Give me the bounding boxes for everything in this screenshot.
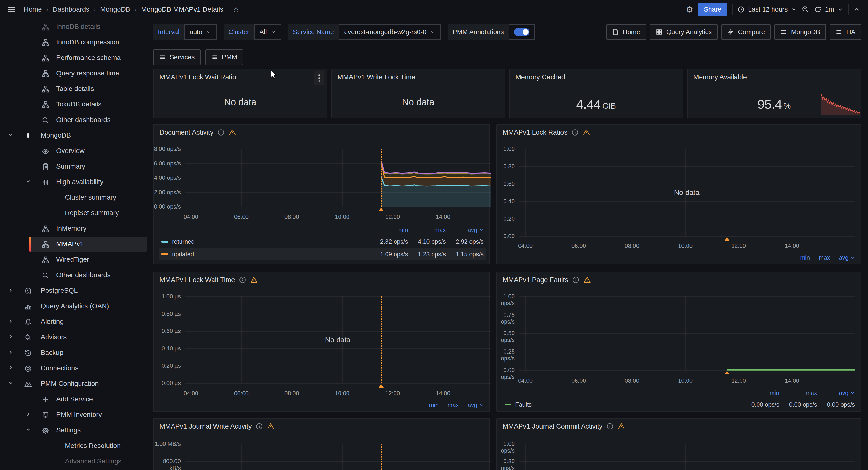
chevron-right-icon[interactable] — [8, 318, 16, 326]
sidebar-item-connections[interactable]: Connections — [0, 361, 151, 376]
link-query-analytics-button[interactable]: Query Analytics — [650, 24, 718, 40]
sidebar-item-settings[interactable]: Settings — [0, 423, 151, 438]
legend-sort-min[interactable]: min — [800, 254, 810, 261]
link-ha-button[interactable]: HA — [830, 24, 861, 40]
link-compare-button[interactable]: Compare — [721, 24, 771, 40]
panel-title[interactable]: MMAPv1 Journal Write Activity — [159, 422, 252, 430]
breadcrumb-dashboards[interactable]: Dashboards — [53, 6, 89, 13]
menu-toggle-icon[interactable] — [8, 6, 15, 12]
info-icon[interactable] — [606, 423, 614, 430]
panel-title[interactable]: MMAPv1 Write Lock Time — [338, 73, 415, 81]
warning-icon[interactable] — [267, 423, 275, 430]
annotation-line[interactable] — [727, 444, 727, 470]
chevron-right-icon[interactable] — [8, 287, 16, 295]
legend-label[interactable]: returned — [172, 238, 194, 245]
legend-sort-avg[interactable]: avg — [817, 389, 855, 396]
service-name-select[interactable]: everest-mongodb-w2g-rs0-0 — [339, 24, 441, 40]
info-icon[interactable] — [239, 276, 246, 284]
sidebar-item-alerting[interactable]: Alerting — [0, 314, 151, 330]
panel-title[interactable]: Document Activity — [159, 128, 214, 136]
legend-sort-avg[interactable]: avg — [839, 254, 855, 261]
link-services-button[interactable]: Services — [153, 50, 200, 65]
sidebar-item-query-response-time[interactable]: Query response time — [0, 66, 151, 82]
sidebar-item-add-service[interactable]: Add Service — [0, 392, 151, 407]
sidebar-item-replset-summary[interactable]: ReplSet summary — [0, 206, 151, 221]
sidebar-item-pmm-inventory[interactable]: PMM Inventory — [0, 407, 151, 423]
legend-label[interactable]: updated — [172, 251, 194, 258]
link-mongodb-button[interactable]: MongoDB — [774, 24, 826, 40]
panel-title[interactable]: Memory Available — [693, 73, 747, 81]
sidebar-item-overview[interactable]: Overview — [0, 144, 151, 159]
sidebar-item-cluster-summary[interactable]: Cluster summary — [0, 190, 151, 206]
panel-title[interactable]: MMAPv1 Page Faults — [503, 276, 568, 284]
cluster-select[interactable]: All — [254, 24, 281, 40]
annotation-marker[interactable] — [724, 237, 730, 241]
sidebar-item-other-dashboards[interactable]: Other dashboards — [0, 113, 151, 128]
sidebar-item-innodb-details[interactable]: InnoDB details — [0, 20, 151, 35]
info-icon[interactable] — [571, 129, 579, 136]
chevron-right-icon[interactable] — [8, 349, 16, 357]
sidebar-item-inmemory[interactable]: InMemory — [0, 221, 151, 237]
sidebar-item-high-availability[interactable]: High availability — [0, 175, 151, 190]
legend-sort-max[interactable]: max — [408, 227, 446, 234]
sidebar-item-innodb-compression[interactable]: InnoDB compression — [0, 35, 151, 51]
sidebar-item-query-analytics-qan[interactable]: Query Analytics (QAN) — [0, 299, 151, 314]
annotation-marker[interactable] — [379, 384, 383, 387]
sidebar-item-mmapv1[interactable]: MMAPv1 — [0, 237, 151, 252]
sidebar-item-table-details[interactable]: Table details — [0, 82, 151, 97]
info-icon[interactable] — [256, 423, 263, 430]
chevron-down-icon[interactable] — [8, 132, 16, 140]
annotation-line[interactable] — [727, 296, 727, 370]
chevron-right-icon[interactable] — [8, 365, 16, 373]
annotation-marker[interactable] — [379, 208, 383, 211]
share-button[interactable]: Share — [698, 3, 727, 16]
sidebar-item-backup[interactable]: Backup — [0, 345, 151, 361]
info-icon[interactable] — [217, 129, 225, 136]
link-home-button[interactable]: Home — [606, 24, 646, 40]
annotation-line[interactable] — [381, 149, 382, 207]
annotation-marker[interactable] — [724, 371, 730, 375]
annotation-line[interactable] — [727, 149, 727, 236]
legend-sort-avg[interactable]: avg — [446, 227, 484, 234]
panel-title[interactable]: MMAPv1 Lock Ratios — [503, 128, 567, 136]
chevron-down-icon[interactable] — [25, 427, 33, 435]
legend-sort-avg[interactable]: avg — [468, 402, 484, 409]
sidebar-item-mongodb[interactable]: MongoDB — [0, 128, 151, 144]
sidebar-item-performance-schema[interactable]: Performance schema — [0, 51, 151, 66]
legend-sort-min[interactable]: min — [370, 227, 408, 234]
legend-sort-max[interactable]: max — [818, 254, 830, 261]
panel-title[interactable]: MMAPv1 Lock Wait Ratio — [159, 73, 236, 81]
sidebar-item-tokudb-details[interactable]: TokuDB details — [0, 97, 151, 113]
annotation-line[interactable] — [381, 444, 382, 470]
legend-sort-max[interactable]: max — [447, 402, 459, 409]
info-icon[interactable] — [572, 276, 579, 284]
favorite-star-icon[interactable]: ☆ — [232, 5, 240, 14]
breadcrumb-mongodb[interactable]: MongoDB — [100, 6, 130, 13]
refresh-picker[interactable]: 1m — [814, 6, 843, 13]
warning-icon[interactable] — [617, 423, 625, 430]
sidebar-item-wiredtiger[interactable]: WiredTiger — [0, 252, 151, 268]
sidebar-item-advanced-settings[interactable]: Advanced Settings — [0, 454, 151, 470]
dashboard-settings-gear-icon[interactable]: ⚙ — [686, 5, 693, 13]
legend-sort-min[interactable]: min — [429, 402, 439, 409]
panel-menu-kebab-icon[interactable] — [314, 71, 324, 85]
time-range-picker[interactable]: Last 12 hours — [737, 6, 797, 13]
warning-icon[interactable] — [583, 129, 590, 136]
chevron-right-icon[interactable] — [25, 411, 33, 419]
warning-icon[interactable] — [250, 276, 258, 284]
zoom-out-icon[interactable] — [802, 6, 809, 13]
breadcrumb-home[interactable]: Home — [24, 6, 42, 13]
legend-sort-min[interactable]: min — [742, 389, 779, 396]
chevron-right-icon[interactable] — [8, 334, 16, 342]
link-pmm-button[interactable]: PMM — [206, 50, 243, 65]
panel-title[interactable]: MMAPv1 Journal Commit Activity — [503, 422, 602, 430]
sidebar-item-other-dashboards[interactable]: Other dashboards — [0, 268, 151, 283]
sidebar-item-metrics-resolution[interactable]: Metrics Resolution — [0, 438, 151, 454]
annotation-line[interactable] — [381, 296, 382, 383]
sidebar-item-advisors[interactable]: Advisors — [0, 330, 151, 345]
legend-label[interactable]: Faults — [515, 401, 532, 408]
collapse-caret-up-icon[interactable] — [854, 6, 860, 13]
sidebar-item-summary[interactable]: Summary — [0, 159, 151, 175]
chevron-down-icon[interactable] — [8, 380, 16, 388]
pmm-annotations-toggle[interactable] — [514, 28, 529, 36]
